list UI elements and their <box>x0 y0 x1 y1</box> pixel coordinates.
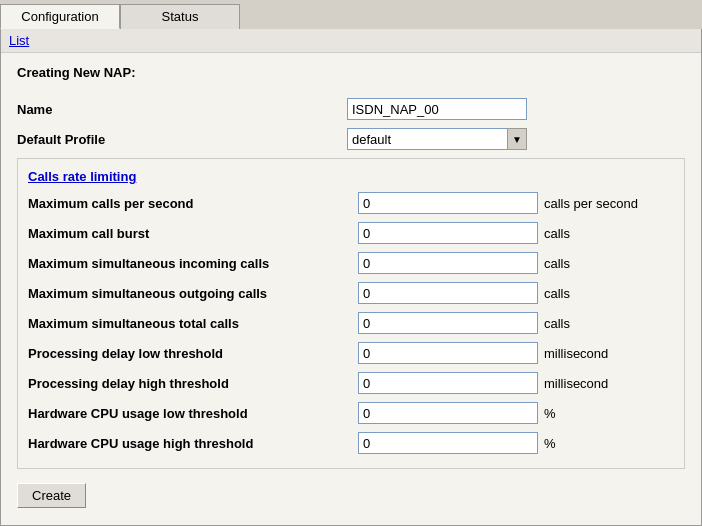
rate-field-label: Maximum simultaneous outgoing calls <box>28 286 358 301</box>
calls-rate-limiting-section: Calls rate limiting Maximum calls per se… <box>17 158 685 469</box>
form-body: Creating New NAP: Name Default Profile d… <box>1 53 701 525</box>
tab-status[interactable]: Status <box>120 4 240 29</box>
rate-field-label: Processing delay low threshold <box>28 346 358 361</box>
rate-field-unit: calls <box>544 286 570 301</box>
content-area: List Creating New NAP: Name Default Prof… <box>0 29 702 526</box>
rate-field-input[interactable] <box>358 282 538 304</box>
rate-field-row: Hardware CPU usage high threshold% <box>28 432 674 454</box>
rate-field-unit: millisecond <box>544 376 608 391</box>
rate-field-input[interactable] <box>358 252 538 274</box>
main-window: Configuration Status List Creating New N… <box>0 0 702 526</box>
rate-field-row: Maximum simultaneous outgoing callscalls <box>28 282 674 304</box>
create-button[interactable]: Create <box>17 483 86 508</box>
default-profile-select-wrapper: default ▼ <box>347 128 527 150</box>
name-input[interactable] <box>347 98 527 120</box>
rate-field-row: Maximum call burstcalls <box>28 222 674 244</box>
rate-field-row: Maximum simultaneous incoming callscalls <box>28 252 674 274</box>
rate-field-label: Maximum simultaneous total calls <box>28 316 358 331</box>
rate-field-label: Maximum calls per second <box>28 196 358 211</box>
rate-field-row: Processing delay low thresholdmillisecon… <box>28 342 674 364</box>
list-link[interactable]: List <box>1 29 701 53</box>
creating-nap-title-row: Creating New NAP: <box>17 65 685 90</box>
rate-field-label: Hardware CPU usage high threshold <box>28 436 358 451</box>
rate-field-label: Processing delay high threshold <box>28 376 358 391</box>
rate-field-label: Maximum simultaneous incoming calls <box>28 256 358 271</box>
rate-field-unit: calls per second <box>544 196 638 211</box>
default-profile-row: Default Profile default ▼ <box>17 128 685 150</box>
rate-field-input[interactable] <box>358 342 538 364</box>
rate-field-unit: % <box>544 406 556 421</box>
rate-field-row: Maximum simultaneous total callscalls <box>28 312 674 334</box>
rate-field-input[interactable] <box>358 372 538 394</box>
rate-field-input[interactable] <box>358 312 538 334</box>
rate-fields-container: Maximum calls per secondcalls per second… <box>28 192 674 454</box>
rate-field-input[interactable] <box>358 402 538 424</box>
rate-field-row: Hardware CPU usage low threshold% <box>28 402 674 424</box>
rate-field-unit: calls <box>544 226 570 241</box>
rate-field-input[interactable] <box>358 432 538 454</box>
tab-bar: Configuration Status <box>0 0 702 29</box>
rate-field-row: Maximum calls per secondcalls per second <box>28 192 674 214</box>
rate-field-input[interactable] <box>358 222 538 244</box>
rate-field-unit: millisecond <box>544 346 608 361</box>
rate-field-unit: % <box>544 436 556 451</box>
calls-rate-limiting-title[interactable]: Calls rate limiting <box>28 169 674 184</box>
rate-field-label: Maximum call burst <box>28 226 358 241</box>
tab-configuration[interactable]: Configuration <box>0 4 120 29</box>
creating-nap-title: Creating New NAP: <box>17 65 135 80</box>
rate-field-input[interactable] <box>358 192 538 214</box>
rate-field-unit: calls <box>544 256 570 271</box>
default-profile-label: Default Profile <box>17 132 347 147</box>
rate-field-row: Processing delay high thresholdmilliseco… <box>28 372 674 394</box>
name-row: Name <box>17 98 685 120</box>
name-label: Name <box>17 102 347 117</box>
rate-field-unit: calls <box>544 316 570 331</box>
default-profile-select[interactable]: default <box>347 128 527 150</box>
rate-field-label: Hardware CPU usage low threshold <box>28 406 358 421</box>
